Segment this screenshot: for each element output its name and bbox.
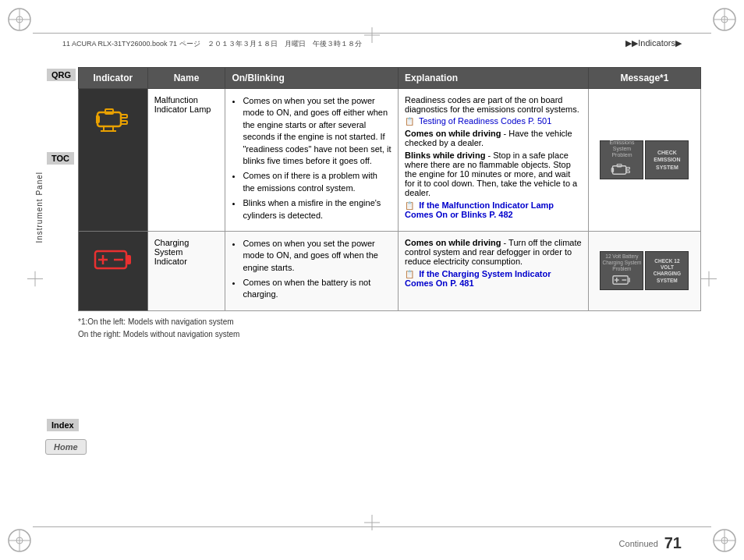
row1-exp-text2: Comes on while driving - Have the vehicl… (405, 129, 582, 147)
continued-label: Continued (619, 539, 658, 548)
col-indicator: Indicator (79, 68, 148, 89)
row2-message-cell: 12 Volt Battery Charging System Problem (588, 231, 700, 310)
footnote-line1: *1:On the left: Models with navigation s… (78, 316, 701, 328)
main-content: Indicator Name On/Blinking Explanation M… (78, 53, 701, 517)
left-center-crosshair (27, 271, 43, 289)
row2-link1[interactable]: 📋 If the Charging System IndicatorComes … (405, 269, 582, 288)
row2-bullet-list: Comes on when you set the power mode to … (232, 238, 391, 301)
row1-exp-text3: Blinks while driving - Stop in a safe pl… (405, 151, 582, 197)
row1-indicator-cell (79, 89, 148, 232)
footnote: *1:On the left: Models with navigation s… (78, 316, 701, 341)
top-left-corner (4, 4, 35, 35)
row1-thumb-left: Emissions System Problem (600, 140, 643, 179)
row2-thumb-right: CHECK 12 VOLT CHARGING SYSTEM (645, 251, 689, 290)
row1-name: MalfunctionIndicator Lamp (154, 95, 211, 114)
page-number: 71 (664, 534, 682, 552)
footnote-line2: On the right: Models without navigation … (78, 328, 701, 341)
row1-bullet-3: Blinks when a misfire in the engine's cy… (243, 197, 391, 222)
qrg-label: QRG (47, 69, 76, 81)
indicator-table: Indicator Name On/Blinking Explanation M… (78, 67, 701, 311)
header-file-info: 11 ACURA RLX-31TY26000.book 71 ページ ２０１３年… (62, 37, 362, 49)
table-header-row: Indicator Name On/Blinking Explanation M… (79, 68, 701, 89)
top-right-corner (709, 4, 740, 35)
row1-bullet-1: Comes on when you set the power mode to … (243, 95, 391, 167)
instrument-panel-label: Instrument Panel (35, 172, 44, 243)
row1-link1[interactable]: 📋 Testing of Readiness Codes P. 501 (405, 116, 582, 126)
index-label[interactable]: Index (47, 419, 79, 431)
row2-explanation-cell: Comes on while driving - Turn off the cl… (399, 231, 589, 310)
top-center-crosshair (364, 27, 380, 45)
footer: Continued 71 (619, 534, 682, 552)
row2-bullet-1: Comes on when you set the power mode to … (243, 238, 391, 274)
row2-exp-text1: Comes on while driving - Turn off the cl… (405, 238, 582, 266)
row2-bullet-2: Comes on when the battery is not chargin… (243, 277, 391, 301)
engine-icon (96, 105, 130, 134)
row1-message-cell: Emissions System Problem (588, 89, 700, 232)
svg-rect-38 (126, 255, 131, 264)
toc-label[interactable]: TOC (47, 152, 74, 165)
row2-onblinking-cell: Comes on when you set the power mode to … (225, 231, 399, 310)
battery-icon (94, 247, 133, 272)
row2-thumbnails: 12 Volt Battery Charging System Problem (592, 251, 697, 290)
row1-bullet-list: Comes on when you set the power mode to … (232, 95, 391, 222)
bottom-right-corner (709, 525, 740, 556)
col-onblinking: On/Blinking (225, 68, 399, 89)
table-row: MalfunctionIndicator Lamp Comes on when … (79, 89, 701, 232)
right-center-crosshair (701, 271, 717, 289)
row1-name-cell: MalfunctionIndicator Lamp (147, 89, 225, 232)
row1-explanation-cell: Readiness codes are part of the on board… (399, 89, 589, 232)
row1-link2[interactable]: 📋 If the Malfunction Indicator LampComes… (405, 200, 582, 219)
bottom-left-corner (4, 525, 35, 556)
svg-rect-43 (629, 278, 631, 282)
bottom-divider (33, 526, 711, 527)
breadcrumb: ▶▶Indicators▶ (625, 37, 682, 48)
row1-thumbnails: Emissions System Problem (592, 140, 697, 179)
bottom-center-crosshair (364, 515, 380, 533)
row2-thumb-left: 12 Volt Battery Charging System Problem (600, 251, 643, 290)
table-row: ChargingSystemIndicator Comes on when yo… (79, 231, 701, 310)
row1-exp-text1: Readiness codes are part of the on board… (405, 95, 582, 114)
col-explanation: Explanation (399, 68, 589, 89)
readiness-codes-link[interactable]: Testing of Readiness Codes P. 501 (419, 116, 551, 126)
malfunction-lamp-link[interactable]: If the Malfunction Indicator LampComes O… (405, 200, 554, 219)
col-name: Name (147, 68, 225, 89)
row1-onblinking-cell: Comes on when you set the power mode to … (225, 89, 399, 232)
col-message: Message*1 (588, 68, 700, 89)
row2-name: ChargingSystemIndicator (154, 238, 190, 266)
charging-system-link[interactable]: If the Charging System IndicatorComes On… (405, 269, 551, 288)
row1-thumb-right: CHECK EMISSION SYSTEM (645, 140, 689, 179)
row2-name-cell: ChargingSystemIndicator (147, 231, 225, 310)
row1-bullet-2: Comes on if there is a problem with the … (243, 170, 391, 194)
row2-indicator-cell (79, 231, 148, 310)
